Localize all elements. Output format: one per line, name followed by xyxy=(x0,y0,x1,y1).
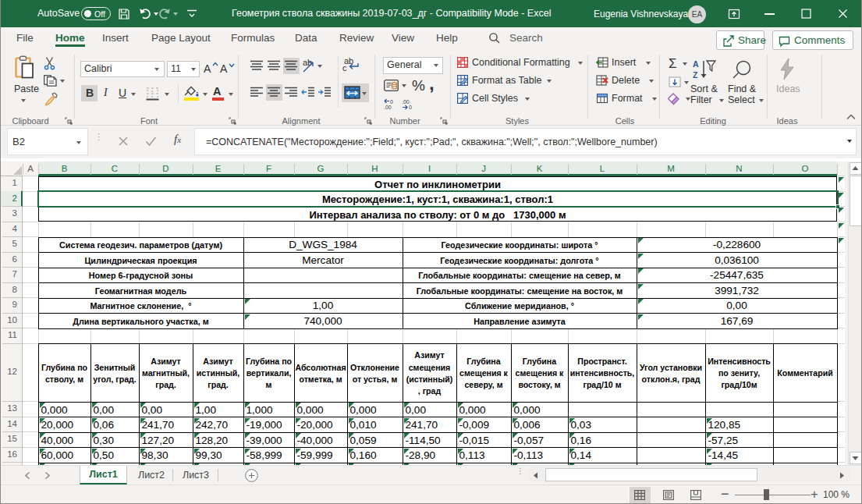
svg-text:Z: Z xyxy=(693,70,698,80)
svg-text:.00: .00 xyxy=(402,99,410,105)
svg-text:0: 0 xyxy=(390,99,393,105)
svg-text:.00: .00 xyxy=(384,105,392,110)
svg-text:A: A xyxy=(693,59,699,69)
svg-text:0: 0 xyxy=(409,105,412,110)
